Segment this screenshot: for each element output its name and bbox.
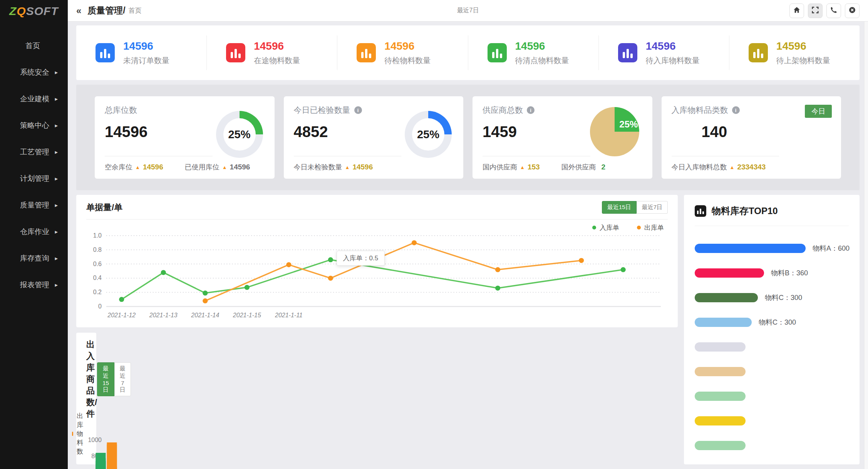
footer-label: 空余库位 xyxy=(105,162,132,172)
main-content: 14596未清订单数量14596在途物料数量14596待检物料数量14596待清… xyxy=(68,22,868,469)
bar-group-12 xyxy=(96,440,117,469)
scrollbar-track[interactable] xyxy=(864,22,868,469)
trend-up-icon: ▲ xyxy=(135,164,140,170)
footer-value: 153 xyxy=(528,163,540,171)
stat-label: 待检物料数量 xyxy=(384,55,431,66)
top10-bar[interactable] xyxy=(695,342,746,352)
sidebar-item-label: 计划管理 xyxy=(20,174,49,184)
chevron-right-icon: ▸ xyxy=(55,122,58,129)
bar-chart-icon xyxy=(357,43,376,62)
sidebar-item-plan-mgmt[interactable]: 计划管理▸ xyxy=(0,165,68,192)
stat-text: 14596未清订单数量 xyxy=(123,40,169,66)
chevron-right-icon: ▸ xyxy=(55,95,58,102)
sidebar-item-report-mgmt[interactable]: 报表管理▸ xyxy=(0,271,68,298)
stat-item-4[interactable]: 14596待入库物料数量 xyxy=(598,35,729,70)
top10-bar[interactable] xyxy=(695,441,746,450)
trend-up-icon: ▲ xyxy=(520,164,525,170)
top10-card: 物料库存TOP10 物料A：600物料B：360物料C：300物料C：300 xyxy=(684,195,860,464)
top10-bar[interactable] xyxy=(695,318,752,327)
sidebar-item-label: 仓库作业 xyxy=(20,227,49,237)
top10-bar[interactable] xyxy=(695,268,764,278)
stat-item-1[interactable]: 14596在途物料数量 xyxy=(206,35,337,70)
top10-row-8 xyxy=(695,441,849,450)
sidebar-item-warehouse-ops[interactable]: 仓库作业▸ xyxy=(0,218,68,245)
sidebar-item-home[interactable]: 首页 xyxy=(0,32,68,59)
info-icon[interactable]: i xyxy=(354,106,362,114)
trend-up-icon: ▲ xyxy=(345,164,350,170)
fullscreen-icon xyxy=(812,7,819,15)
logo[interactable]: ZQSOFT xyxy=(0,0,68,18)
stat-item-2[interactable]: 14596待检物料数量 xyxy=(337,35,468,70)
orders-line-title: 单据量/单 xyxy=(86,202,122,213)
home-icon xyxy=(793,7,800,15)
stat-item-0[interactable]: 14596未清订单数量 xyxy=(76,35,206,70)
stat-item-5[interactable]: 14596待上架物料数量 xyxy=(729,35,860,70)
line-chart-svg xyxy=(106,233,661,309)
stat-value: 14596 xyxy=(515,40,569,52)
fullscreen-button[interactable] xyxy=(808,3,823,18)
top10-bar[interactable] xyxy=(695,293,758,302)
legend-item-inbound-orders[interactable]: 入库单 xyxy=(592,223,619,232)
breadcrumb-secondary[interactable]: 首页 xyxy=(129,6,142,15)
bar-chart-icon xyxy=(695,205,706,217)
chevron-right-icon: ▸ xyxy=(55,175,58,182)
orders-line-card: 单据量/单 最近15日 最近7日 入库单 xyxy=(76,195,678,327)
y-axis-tick: 0.2 xyxy=(85,289,102,296)
topbar-actions xyxy=(789,3,860,18)
y-axis-tick: 0.4 xyxy=(85,275,102,281)
chart-tooltip: 入库单：0.5 xyxy=(337,251,385,266)
stat-text: 14596在途物料数量 xyxy=(254,40,300,66)
charts-column: 单据量/单 最近15日 最近7日 入库单 xyxy=(76,195,678,464)
range-15d-button[interactable]: 最近15日 xyxy=(97,362,114,396)
stat-label: 未清订单数量 xyxy=(123,55,169,66)
info-icon[interactable]: i xyxy=(732,106,740,114)
stat-text: 14596待清点物料数量 xyxy=(515,40,569,66)
sidebar-item-label: 质量管理 xyxy=(20,200,49,210)
breadcrumb-primary[interactable]: 质量管理/ xyxy=(87,5,125,17)
sidebar-item-inventory-query[interactable]: 库存查询▸ xyxy=(0,245,68,271)
divider xyxy=(294,156,402,156)
logo-letter: Z xyxy=(9,5,17,17)
card-value: 140 xyxy=(702,123,831,141)
top10-row-7 xyxy=(695,416,849,425)
sidebar-item-process-mgmt[interactable]: 工艺管理▸ xyxy=(0,139,68,165)
y-axis-tick: 0 xyxy=(85,303,102,310)
range-7d-button[interactable]: 最近7日 xyxy=(637,201,668,214)
legend-item-outbound-materials[interactable]: 出库物料数 xyxy=(72,412,86,456)
range-15d-button[interactable]: 最近15日 xyxy=(602,201,637,214)
legend-dot-icon xyxy=(592,226,596,229)
card-footer: 今日入库物料总数▲2334343 xyxy=(672,162,834,172)
trend-up-icon: ▲ xyxy=(730,164,735,170)
sidebar-collapse-icon[interactable]: « xyxy=(76,5,81,16)
orders-line-header: 单据量/单 最近15日 最近7日 xyxy=(86,201,668,214)
divider xyxy=(695,226,849,226)
sidebar-item-enterprise-modeling[interactable]: 企业建模▸ xyxy=(0,85,68,112)
stat-item-3[interactable]: 14596待清点物料数量 xyxy=(468,35,598,70)
info-icon[interactable]: i xyxy=(527,106,535,114)
sidebar-item-system-security[interactable]: 系统安全▸ xyxy=(0,59,68,85)
x-axis-label: 2021-1-11 xyxy=(275,312,303,319)
pie-percent-label: 25% xyxy=(619,119,638,130)
footer-value: 14596 xyxy=(143,163,163,171)
sidebar-item-label: 库存查询 xyxy=(20,253,49,263)
legend-dot-icon xyxy=(637,226,641,229)
logout-button[interactable] xyxy=(845,3,860,18)
range-7d-button[interactable]: 最近7日 xyxy=(114,362,131,396)
top10-bar[interactable] xyxy=(695,392,746,401)
inout-bar-range-buttons: 最近15日 最近7日 xyxy=(97,362,131,396)
sidebar: ZQSOFT 首页系统安全▸企业建模▸策略中心▸工艺管理▸计划管理▸质量管理▸仓… xyxy=(0,0,68,469)
sidebar-item-quality-mgmt[interactable]: 质量管理▸ xyxy=(0,192,68,218)
sidebar-item-strategy-center[interactable]: 策略中心▸ xyxy=(0,112,68,139)
top10-bar[interactable] xyxy=(695,416,746,425)
top10-list: 物料A：600物料B：360物料C：300物料C：300 xyxy=(695,244,849,450)
divider xyxy=(86,219,668,219)
top10-bar[interactable] xyxy=(695,244,806,253)
card-title-text: 供应商总数 xyxy=(483,105,523,116)
top10-row-1: 物料B：360 xyxy=(695,268,849,278)
phone-button[interactable] xyxy=(826,3,841,18)
stat-value: 14596 xyxy=(123,40,169,52)
top10-bar[interactable] xyxy=(695,367,746,376)
orders-line-plot[interactable]: 入库单：0.5 00.20.40.60.81.0 xyxy=(106,233,661,309)
legend-item-outbound-orders[interactable]: 出库单 xyxy=(637,223,664,232)
home-button[interactable] xyxy=(789,3,804,18)
